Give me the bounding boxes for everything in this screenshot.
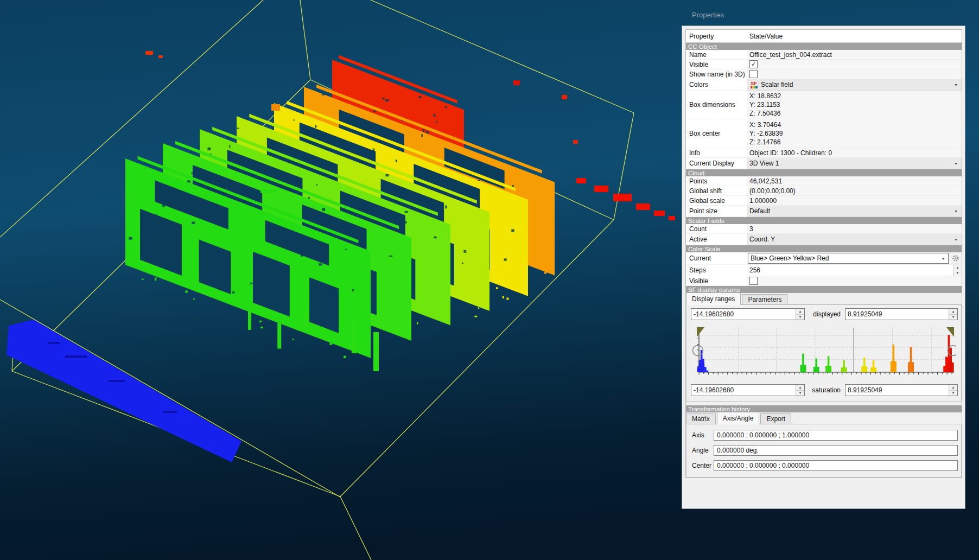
row-color-scale-visible: Visible <box>686 276 962 286</box>
tab-display-ranges[interactable]: Display ranges <box>686 292 741 305</box>
saturation-label: saturation <box>808 384 841 396</box>
count-value: 3 <box>747 224 962 234</box>
saturation-max-spinbox[interactable]: 8.91925049 ▲ ▼ <box>845 384 958 396</box>
section-cc-object: CC Object <box>686 43 962 50</box>
angle-label: Angle <box>692 445 709 456</box>
points-value: 46,042,531 <box>747 176 962 186</box>
chevron-down-icon: ▼ <box>954 238 958 241</box>
show-name-checkbox[interactable] <box>749 70 758 78</box>
visible-checkbox[interactable]: ✓ <box>749 60 758 68</box>
axis-angle-group: Axis 0.000000 ; 0.000000 ; 1.000000 Angl… <box>686 424 962 478</box>
boxdim-z: Z: 7.50436 <box>749 109 780 118</box>
sf-display-group: -14.19602680 ▲ ▼ displayed 8.91925049 ▲ … <box>686 305 962 402</box>
tab-parameters[interactable]: Parameters <box>742 294 787 304</box>
chevron-down-icon: ▼ <box>954 162 958 166</box>
row-box-center: Box center X: 3.70464 Y: -2.63839 Z: 2.1… <box>686 119 962 148</box>
row-current-display: Current Display 3D View 1 ▼ <box>686 158 962 169</box>
current-display-dropdown[interactable]: 3D View 1 ▼ <box>747 158 962 169</box>
displayed-max-spinbox[interactable]: 8.91925049 ▲ ▼ <box>845 308 958 320</box>
axis-input[interactable]: 0.000000 ; 0.000000 ; 1.000000 <box>714 430 958 441</box>
spin-down-icon[interactable]: ▼ <box>796 391 804 396</box>
spin-down-icon[interactable]: ▼ <box>949 391 957 396</box>
name-value: Office_test_josh_004.extract <box>747 50 962 60</box>
chevron-down-icon: ▼ <box>938 253 948 263</box>
section-scalar-fields: Scalar Fields <box>686 217 962 224</box>
header-property: Property <box>686 30 747 42</box>
chevron-down-icon: ▼ <box>954 83 958 87</box>
spin-down-icon[interactable]: ▼ <box>796 315 804 320</box>
properties-dock-title: Properties <box>692 11 724 19</box>
tab-export[interactable]: Export <box>760 413 791 424</box>
row-show-name: Show name (in 3D) <box>686 69 962 79</box>
scalar-field-icon: SF <box>749 81 758 88</box>
properties-table: Property State/Value CC Object Name Offi… <box>685 29 962 478</box>
tab-axis-angle[interactable]: Axis/Angle <box>717 412 760 424</box>
boxcenter-z: Z: 2.14766 <box>749 138 780 147</box>
angle-input[interactable]: 0.000000 deg. <box>714 445 958 456</box>
spin-up-icon[interactable]: ▲ <box>953 265 962 270</box>
steps-spinbox[interactable]: 256 ▲ ▼ <box>747 265 962 276</box>
table-header: Property State/Value <box>686 30 962 43</box>
spin-up-icon[interactable]: ▲ <box>796 309 804 315</box>
sf-histogram[interactable] <box>692 324 956 382</box>
center-label: Center <box>692 460 711 471</box>
global-shift-value: (0.00;0.00;0.00) <box>747 186 962 196</box>
row-count: Count 3 <box>686 224 962 234</box>
row-steps: Steps 256 ▲ ▼ <box>686 265 962 276</box>
color-scale-editor-button[interactable] <box>949 253 962 264</box>
displayed-min-spinbox[interactable]: -14.19602680 ▲ ▼ <box>691 308 805 320</box>
spin-up-icon[interactable]: ▲ <box>949 309 957 315</box>
colors-dropdown[interactable]: SF Scalar field ▼ <box>747 79 962 91</box>
row-active-sf: Active Coord. Y ▼ <box>686 234 962 245</box>
point-size-dropdown[interactable]: Default ▼ <box>747 206 962 217</box>
section-cloud: Cloud <box>686 169 962 176</box>
row-colors: Colors SF Scalar field ▼ <box>686 79 962 91</box>
boxcenter-y: Y: -2.63839 <box>749 129 783 138</box>
row-color-scale-current: Current Blue> Green> Yellow> Red ▼ <box>686 252 962 265</box>
spin-down-icon[interactable]: ▼ <box>949 315 957 320</box>
sf-display-tabs: Display ranges Parameters <box>686 293 962 305</box>
saturation-min-spinbox[interactable]: -14.19602680 ▲ ▼ <box>691 384 805 396</box>
spin-down-icon[interactable]: ▼ <box>953 270 962 276</box>
row-visible: Visible ✓ <box>686 60 962 69</box>
axis-label: Axis <box>692 430 704 441</box>
boxcenter-x: X: 3.70464 <box>749 120 781 129</box>
section-color-scale: Color Scale <box>686 245 962 252</box>
row-box-dimensions: Box dimensions X: 18.8632 Y: 23.1153 Z: … <box>686 91 962 119</box>
row-global-shift: Global shift (0.00;0.00;0.00) <box>686 186 962 196</box>
boxdim-y: Y: 23.1153 <box>749 100 780 109</box>
tab-matrix[interactable]: Matrix <box>686 413 716 424</box>
gear-icon <box>952 254 959 262</box>
header-state-value: State/Value <box>747 30 962 42</box>
spin-up-icon[interactable]: ▲ <box>949 385 957 391</box>
chevron-down-icon: ▼ <box>954 209 958 213</box>
info-value: Object ID: 1300 - Children: 0 <box>747 148 962 158</box>
properties-panel: Property State/Value CC Object Name Offi… <box>682 26 965 509</box>
global-scale-value: 1.000000 <box>747 196 962 206</box>
displayed-label: displayed <box>808 308 841 320</box>
color-scale-visible-checkbox[interactable] <box>749 277 758 285</box>
transformation-tabs: Matrix Axis/Angle Export <box>686 412 962 424</box>
color-scale-dropdown[interactable]: Blue> Green> Yellow> Red ▼ <box>748 253 949 264</box>
row-point-size: Point size Default ▼ <box>686 206 962 217</box>
active-sf-dropdown[interactable]: Coord. Y ▼ <box>747 234 962 245</box>
row-global-scale: Global scale 1.000000 <box>686 196 962 206</box>
center-input[interactable]: 0.000000 ; 0.000000 ; 0.000000 <box>714 460 958 471</box>
spin-up-icon[interactable]: ▲ <box>796 385 804 391</box>
boxdim-x: X: 18.8632 <box>749 92 781 100</box>
row-points: Points 46,042,531 <box>686 176 962 186</box>
row-info: Info Object ID: 1300 - Children: 0 <box>686 148 962 158</box>
row-name: Name Office_test_josh_004.extract <box>686 50 962 60</box>
